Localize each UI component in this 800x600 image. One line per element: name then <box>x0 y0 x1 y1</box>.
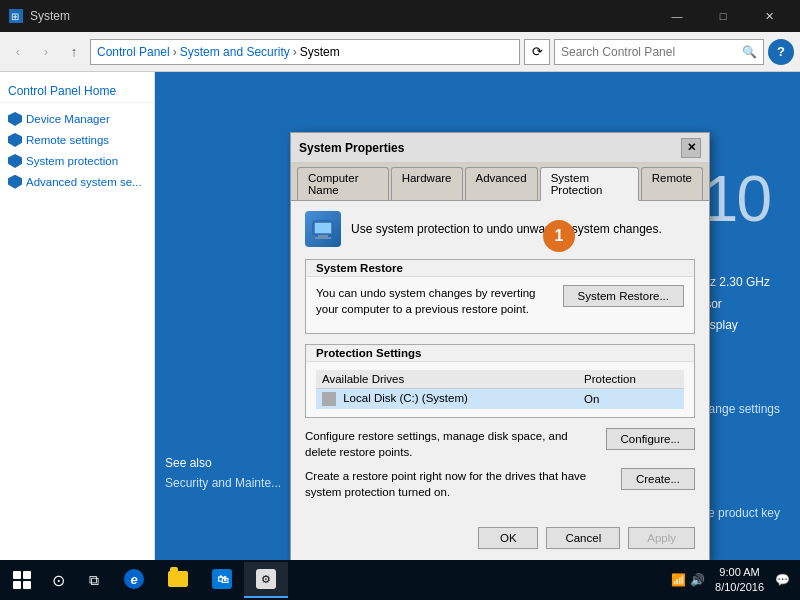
folder-icon <box>168 571 188 587</box>
task-view-button[interactable]: ⧉ <box>76 562 112 598</box>
network-tray-icon[interactable]: 📶 <box>671 573 686 587</box>
notification-button[interactable]: 💬 <box>768 562 796 598</box>
apply-button[interactable]: Apply <box>628 527 695 549</box>
maximize-button[interactable]: □ <box>700 0 746 32</box>
svg-rect-4 <box>315 237 331 239</box>
ok-button[interactable]: OK <box>478 527 538 549</box>
taskbar-explorer-app[interactable] <box>156 562 200 598</box>
drive-icon <box>322 392 336 406</box>
tab-hardware[interactable]: Hardware <box>391 167 463 200</box>
window-title: System <box>30 9 654 23</box>
tab-computer-name[interactable]: Computer Name <box>297 167 389 200</box>
system-restore-row: You can undo system changes by reverting… <box>316 285 684 317</box>
create-row: Create a restore point right now for the… <box>305 468 695 500</box>
system-properties-dialog: System Properties ✕ Computer Name Hardwa… <box>290 132 710 560</box>
system-restore-button[interactable]: System Restore... <box>563 285 684 307</box>
search-input[interactable] <box>561 45 742 59</box>
breadcrumb-system-security[interactable]: System and Security <box>180 45 290 59</box>
drive-protection-status: On <box>578 389 684 410</box>
svg-text:⊞: ⊞ <box>11 11 19 22</box>
configure-desc: Configure restore settings, manage disk … <box>305 428 596 460</box>
tab-advanced[interactable]: Advanced <box>465 167 538 200</box>
taskbar: ⊙ ⧉ e 🛍 ⚙ 📶 🔊 9:00 AM 8/10/2016 💬 <box>0 560 800 600</box>
close-button[interactable]: ✕ <box>746 0 792 32</box>
taskbar-store-app[interactable]: 🛍 <box>200 562 244 598</box>
shield-icon <box>8 154 22 168</box>
breadcrumb-bar: Control Panel › System and Security › Sy… <box>90 39 520 65</box>
drives-table: Available Drives Protection Local Disk (… <box>316 370 684 409</box>
column-protection: Protection <box>578 370 684 389</box>
dialog-close-button[interactable]: ✕ <box>681 138 701 158</box>
column-drives: Available Drives <box>316 370 578 389</box>
help-button[interactable]: ? <box>768 39 794 65</box>
window-controls: — □ ✕ <box>654 0 792 32</box>
system-restore-title: System Restore <box>306 260 694 277</box>
shield-icon <box>8 133 22 147</box>
breadcrumb-control-panel[interactable]: Control Panel <box>97 45 170 59</box>
search-bar: 🔍 <box>554 39 764 65</box>
store-icon: 🛍 <box>212 569 232 589</box>
sidebar-item-device-manager[interactable]: Device Manager <box>0 109 154 130</box>
create-button[interactable]: Create... <box>621 468 695 490</box>
tab-system-protection[interactable]: System Protection <box>540 167 639 201</box>
system-restore-section: System Restore You can undo system chang… <box>305 259 695 334</box>
content-area: Windows 10 PU @ 1.80GHz 2.30 GHz based p… <box>155 72 800 560</box>
search-icon: 🔍 <box>742 45 757 59</box>
shield-icon <box>8 175 22 189</box>
table-row[interactable]: Local Disk (C:) (System) On <box>316 389 684 410</box>
dialog-title-bar: System Properties ✕ <box>291 133 709 163</box>
tab-remote[interactable]: Remote <box>641 167 703 200</box>
address-bar: ‹ › ↑ Control Panel › System and Securit… <box>0 32 800 72</box>
main-area: Control Panel Home Device Manager Remote… <box>0 72 800 560</box>
configure-button[interactable]: Configure... <box>606 428 695 450</box>
start-icon <box>13 571 31 589</box>
title-bar: ⊞ System — □ ✕ <box>0 0 800 32</box>
dialog-tabs: Computer Name Hardware Advanced System P… <box>291 163 709 201</box>
back-button[interactable]: ‹ <box>6 40 30 64</box>
dialog-header: Use system protection to undo unwanted s… <box>305 211 695 247</box>
start-button[interactable] <box>4 562 40 598</box>
up-button[interactable]: ↑ <box>62 40 86 64</box>
taskbar-search-button[interactable]: ⊙ <box>40 562 76 598</box>
taskbar-cp-app[interactable]: ⚙ <box>244 562 288 598</box>
clock-date: 8/10/2016 <box>715 580 764 595</box>
taskbar-clock[interactable]: 9:00 AM 8/10/2016 <box>711 565 768 596</box>
dialog-header-text: Use system protection to undo unwanted s… <box>351 222 662 236</box>
breadcrumb-system: System <box>300 45 340 59</box>
system-restore-desc: You can undo system changes by reverting… <box>316 285 553 317</box>
minimize-button[interactable]: — <box>654 0 700 32</box>
refresh-button[interactable]: ⟳ <box>524 39 550 65</box>
protection-settings-section: Protection Settings Available Drives Pro… <box>305 344 695 418</box>
svg-rect-5 <box>315 223 331 233</box>
create-desc: Create a restore point right now for the… <box>305 468 611 500</box>
sidebar: Control Panel Home Device Manager Remote… <box>0 72 155 560</box>
shield-icon <box>8 112 22 126</box>
sidebar-home[interactable]: Control Panel Home <box>0 80 154 103</box>
volume-tray-icon[interactable]: 🔊 <box>690 573 705 587</box>
sidebar-item-advanced-system[interactable]: Advanced system se... <box>0 172 154 193</box>
svg-rect-3 <box>318 235 328 237</box>
dialog-overlay: System Properties ✕ Computer Name Hardwa… <box>155 72 800 560</box>
dialog-title: System Properties <box>299 141 681 155</box>
cp-icon: ⚙ <box>256 569 276 589</box>
protection-settings-title: Protection Settings <box>306 345 694 362</box>
forward-button[interactable]: › <box>34 40 58 64</box>
clock-time: 9:00 AM <box>715 565 764 580</box>
dialog-content: Use system protection to undo unwanted s… <box>291 201 709 519</box>
drive-name: Local Disk (C:) (System) <box>316 389 578 410</box>
configure-row: Configure restore settings, manage disk … <box>305 428 695 460</box>
window-icon: ⊞ <box>8 8 24 24</box>
cancel-button[interactable]: Cancel <box>546 527 620 549</box>
callout-bubble: 1 <box>543 220 575 252</box>
dialog-buttons: OK Cancel Apply <box>291 519 709 560</box>
ie-icon: e <box>124 569 144 589</box>
system-tray: 📶 🔊 <box>665 573 711 587</box>
sidebar-item-system-protection[interactable]: System protection <box>0 151 154 172</box>
sidebar-item-remote-settings[interactable]: Remote settings <box>0 130 154 151</box>
system-properties-icon <box>305 211 341 247</box>
taskbar-ie-app[interactable]: e <box>112 562 156 598</box>
